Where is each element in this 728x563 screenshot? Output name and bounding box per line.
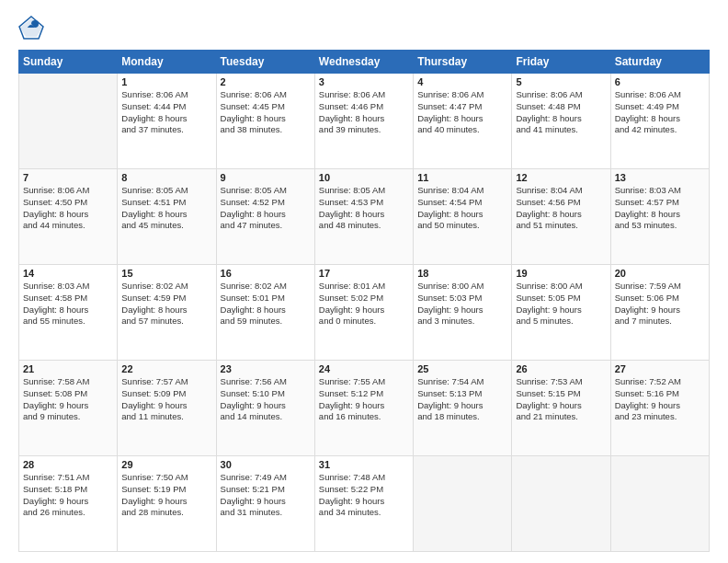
calendar-cell: 22Sunrise: 7:57 AMSunset: 5:09 PMDayligh… [118,361,216,456]
calendar-cell: 29Sunrise: 7:50 AMSunset: 5:19 PMDayligh… [118,456,216,552]
calendar-cell: 8Sunrise: 8:05 AMSunset: 4:51 PMDaylight… [118,169,216,265]
calendar-cell: 24Sunrise: 7:55 AMSunset: 5:12 PMDayligh… [314,361,413,456]
day-info: Sunrise: 8:03 AMSunset: 4:57 PMDaylight:… [615,185,705,232]
day-number: 30 [221,459,311,470]
day-number: 2 [221,76,311,87]
day-info: Sunrise: 7:51 AMSunset: 5:18 PMDaylight:… [23,472,113,519]
calendar-cell: 2Sunrise: 8:06 AMSunset: 4:45 PMDaylight… [216,74,314,169]
calendar-cell [512,456,610,552]
calendar-cell: 30Sunrise: 7:49 AMSunset: 5:21 PMDayligh… [216,456,314,552]
day-info: Sunrise: 7:54 AMSunset: 5:13 PMDaylight:… [417,376,507,423]
weekday-header: Saturday [610,51,709,74]
calendar-cell: 6Sunrise: 8:06 AMSunset: 4:49 PMDaylight… [610,74,709,169]
calendar-week-row: 28Sunrise: 7:51 AMSunset: 5:18 PMDayligh… [19,456,710,552]
day-info: Sunrise: 8:06 AMSunset: 4:46 PMDaylight:… [319,89,409,136]
weekday-header: Tuesday [216,51,314,74]
day-number: 5 [516,76,606,87]
calendar-cell: 1Sunrise: 8:06 AMSunset: 4:44 PMDaylight… [118,74,216,169]
day-number: 13 [615,172,705,183]
weekday-header: Wednesday [314,51,413,74]
day-info: Sunrise: 7:56 AMSunset: 5:10 PMDaylight:… [221,376,311,423]
calendar-header-row: SundayMondayTuesdayWednesdayThursdayFrid… [19,51,710,74]
calendar-week-row: 7Sunrise: 8:06 AMSunset: 4:50 PMDaylight… [19,169,710,265]
calendar-cell: 13Sunrise: 8:03 AMSunset: 4:57 PMDayligh… [610,169,709,265]
day-info: Sunrise: 8:02 AMSunset: 5:01 PMDaylight:… [221,281,311,327]
calendar-cell: 3Sunrise: 8:06 AMSunset: 4:46 PMDaylight… [314,74,413,169]
calendar-cell: 12Sunrise: 8:04 AMSunset: 4:56 PMDayligh… [512,169,610,265]
calendar-cell: 5Sunrise: 8:06 AMSunset: 4:48 PMDaylight… [512,74,610,169]
calendar-cell: 27Sunrise: 7:52 AMSunset: 5:16 PMDayligh… [610,361,709,456]
day-info: Sunrise: 8:03 AMSunset: 4:58 PMDaylight:… [23,281,113,327]
day-number: 14 [23,268,113,279]
day-number: 7 [23,172,113,183]
calendar-cell: 11Sunrise: 8:04 AMSunset: 4:54 PMDayligh… [414,169,512,265]
day-info: Sunrise: 7:48 AMSunset: 5:22 PMDaylight:… [319,472,409,519]
day-info: Sunrise: 7:58 AMSunset: 5:08 PMDaylight:… [23,376,113,423]
calendar-cell: 14Sunrise: 8:03 AMSunset: 4:58 PMDayligh… [19,265,118,361]
calendar-cell: 9Sunrise: 8:05 AMSunset: 4:52 PMDaylight… [216,169,314,265]
day-number: 25 [417,363,507,374]
day-info: Sunrise: 8:02 AMSunset: 4:59 PMDaylight:… [121,281,211,327]
day-number: 31 [319,459,409,470]
day-number: 17 [319,268,409,279]
day-number: 29 [121,459,211,470]
day-number: 23 [221,363,311,374]
day-info: Sunrise: 8:05 AMSunset: 4:52 PMDaylight:… [221,185,311,232]
day-info: Sunrise: 7:49 AMSunset: 5:21 PMDaylight:… [221,472,311,519]
day-number: 16 [221,268,311,279]
calendar-cell [610,456,709,552]
weekday-header: Friday [512,51,610,74]
calendar-cell: 19Sunrise: 8:00 AMSunset: 5:05 PMDayligh… [512,265,610,361]
calendar-week-row: 1Sunrise: 8:06 AMSunset: 4:44 PMDaylight… [19,74,710,169]
calendar-cell: 4Sunrise: 8:06 AMSunset: 4:47 PMDaylight… [414,74,512,169]
day-info: Sunrise: 7:53 AMSunset: 5:15 PMDaylight:… [516,376,606,423]
day-info: Sunrise: 8:06 AMSunset: 4:49 PMDaylight:… [615,89,705,136]
day-number: 11 [417,172,507,183]
day-info: Sunrise: 8:05 AMSunset: 4:51 PMDaylight:… [121,185,211,232]
weekday-header: Sunday [19,51,118,74]
header [18,15,710,40]
day-number: 28 [23,459,113,470]
calendar-cell: 16Sunrise: 8:02 AMSunset: 5:01 PMDayligh… [216,265,314,361]
day-number: 24 [319,363,409,374]
day-info: Sunrise: 7:50 AMSunset: 5:19 PMDaylight:… [121,472,211,519]
weekday-header: Monday [118,51,216,74]
calendar-cell: 21Sunrise: 7:58 AMSunset: 5:08 PMDayligh… [19,361,118,456]
day-info: Sunrise: 7:52 AMSunset: 5:16 PMDaylight:… [615,376,705,423]
calendar-cell [19,74,118,169]
calendar-cell: 7Sunrise: 8:06 AMSunset: 4:50 PMDaylight… [19,169,118,265]
day-info: Sunrise: 8:01 AMSunset: 5:02 PMDaylight:… [319,281,409,327]
calendar-cell [414,456,512,552]
logo [18,15,48,40]
day-info: Sunrise: 8:06 AMSunset: 4:47 PMDaylight:… [417,89,507,136]
day-number: 21 [23,363,113,374]
day-info: Sunrise: 8:04 AMSunset: 4:54 PMDaylight:… [417,185,507,232]
day-info: Sunrise: 7:57 AMSunset: 5:09 PMDaylight:… [121,376,211,423]
calendar-week-row: 21Sunrise: 7:58 AMSunset: 5:08 PMDayligh… [19,361,710,456]
calendar-cell: 26Sunrise: 7:53 AMSunset: 5:15 PMDayligh… [512,361,610,456]
day-number: 3 [319,76,409,87]
calendar-cell: 17Sunrise: 8:01 AMSunset: 5:02 PMDayligh… [314,265,413,361]
calendar-cell: 20Sunrise: 7:59 AMSunset: 5:06 PMDayligh… [610,265,709,361]
day-number: 4 [417,76,507,87]
day-number: 15 [121,268,211,279]
calendar-cell: 18Sunrise: 8:00 AMSunset: 5:03 PMDayligh… [414,265,512,361]
day-info: Sunrise: 8:06 AMSunset: 4:45 PMDaylight:… [221,89,311,136]
calendar-cell: 10Sunrise: 8:05 AMSunset: 4:53 PMDayligh… [314,169,413,265]
day-info: Sunrise: 7:55 AMSunset: 5:12 PMDaylight:… [319,376,409,423]
day-info: Sunrise: 8:00 AMSunset: 5:03 PMDaylight:… [417,281,507,327]
day-number: 12 [516,172,606,183]
day-number: 18 [417,268,507,279]
calendar-cell: 23Sunrise: 7:56 AMSunset: 5:10 PMDayligh… [216,361,314,456]
day-info: Sunrise: 7:59 AMSunset: 5:06 PMDaylight:… [615,281,705,327]
day-info: Sunrise: 8:06 AMSunset: 4:48 PMDaylight:… [516,89,606,136]
logo-icon [18,15,44,40]
calendar-week-row: 14Sunrise: 8:03 AMSunset: 4:58 PMDayligh… [19,265,710,361]
day-number: 10 [319,172,409,183]
day-number: 27 [615,363,705,374]
day-number: 8 [121,172,211,183]
calendar-cell: 25Sunrise: 7:54 AMSunset: 5:13 PMDayligh… [414,361,512,456]
calendar-cell: 28Sunrise: 7:51 AMSunset: 5:18 PMDayligh… [19,456,118,552]
weekday-header: Thursday [414,51,512,74]
day-info: Sunrise: 8:06 AMSunset: 4:50 PMDaylight:… [23,185,113,232]
